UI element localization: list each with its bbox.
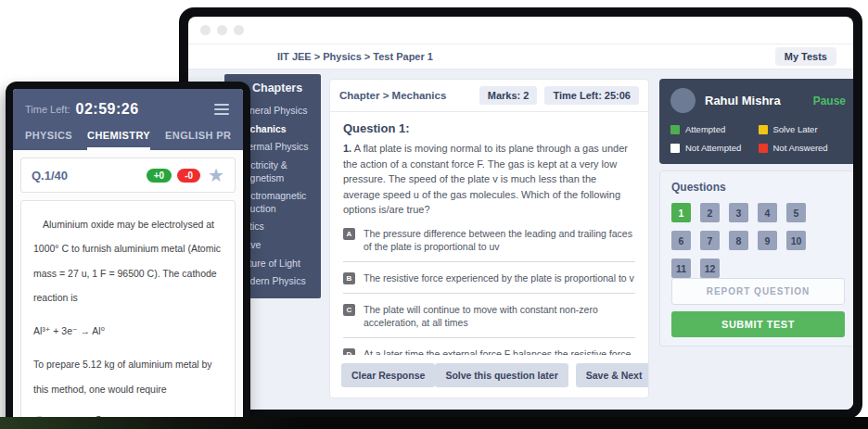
attempted-color-swatch: [670, 125, 680, 134]
option-letter-a: A: [343, 228, 355, 240]
profile-card: Rahul Mishra Pause Attempted Solve Later: [659, 79, 853, 164]
legend-solve-later: Solve Later: [759, 124, 847, 134]
not-attempted-color-swatch: [670, 144, 680, 153]
breadcrumb-bar: IIT JEE > Physics > Test Paper 1 My Test…: [188, 44, 853, 69]
browser-body: IIT JEE > Physics > Test Paper 1 My Test…: [188, 17, 853, 410]
mobile-question-paragraph-1: Aluminium oxide may be electrolysed at 1…: [33, 212, 223, 309]
question-tile-5[interactable]: 5: [786, 203, 806, 222]
submit-test-button[interactable]: SUBMIT TEST: [671, 311, 845, 337]
mobile-screen: Time Left: 02:59:26 PHYSICS CHEMISTRY EN…: [13, 89, 243, 429]
question-tile-11[interactable]: 11: [671, 259, 691, 278]
time-left-badge: Time Left: 25:06: [544, 86, 639, 105]
mobile-question-card: Aluminium oxide may be electrolysed at 1…: [20, 200, 236, 429]
subject-tabs: PHYSICS CHEMISTRY ENGLISH PROFICIENCY: [25, 130, 231, 150]
test-content-area: Chapters General Physics Mechanics Therm…: [188, 69, 853, 410]
window-control-dot[interactable]: [234, 25, 244, 35]
option-divider: [343, 293, 635, 294]
tab-english-proficiency[interactable]: ENGLISH PROFICIENCY: [165, 130, 231, 150]
question-body: Question 1: 1. A flat plate is moving no…: [330, 112, 648, 355]
user-name: Rahul Mishra: [705, 94, 781, 107]
breadcrumb[interactable]: IIT JEE > Physics > Test Paper 1: [277, 51, 433, 62]
mobile-overlay: Time Left: 02:59:26 PHYSICS CHEMISTRY EN…: [6, 82, 250, 429]
question-number-grid: 1 2 3 4 5 6 7 8 9 10 11 12: [671, 203, 845, 278]
option-row-a[interactable]: A The pressure difference between the le…: [343, 227, 635, 254]
question-tile-9[interactable]: 9: [758, 231, 777, 250]
clear-response-button[interactable]: Clear Response: [341, 363, 435, 387]
marks-badge: Marks: 2: [479, 86, 538, 105]
mobile-body: Q.1/40 +0 -0 Aluminium oxide may be elec…: [13, 150, 243, 429]
option-letter-b: B: [343, 272, 355, 284]
option-row-c[interactable]: C The plate will continue to move with c…: [343, 303, 635, 330]
pause-button[interactable]: Pause: [813, 95, 846, 107]
bottom-shadow-band: [0, 417, 868, 429]
negative-marks-pill: -0: [177, 169, 200, 183]
option-text-d: At a later time the external force F bal…: [364, 347, 631, 355]
question-tile-2[interactable]: 2: [700, 203, 720, 222]
question-counter: Q.1/40: [32, 169, 68, 183]
window-control-dot[interactable]: [217, 25, 227, 35]
question-tile-3[interactable]: 3: [729, 203, 748, 222]
mobile-question-paragraph-2: To prepare 5.12 kg of aluminium metal by…: [33, 352, 223, 401]
save-next-button[interactable]: Save & Next: [576, 363, 649, 387]
legend-not-answered: Not Answered: [759, 143, 847, 153]
option-row-d[interactable]: D At a later time the external force F b…: [343, 347, 635, 355]
question-tile-12[interactable]: 12: [700, 259, 720, 278]
cathode-reaction-formula: Al³⁺ + 3e⁻ → Al⁰: [33, 319, 223, 343]
desktop-browser-window: IIT JEE > Physics > Test Paper 1 My Test…: [179, 7, 862, 419]
question-title: Question 1:: [343, 121, 635, 135]
option-row-b[interactable]: B The resistive force experienced by the…: [343, 271, 635, 285]
window-control-dot[interactable]: [200, 25, 211, 35]
time-left-value: 02:59:26: [76, 101, 139, 118]
question-tile-6[interactable]: 6: [671, 231, 691, 250]
not-answered-color-swatch: [759, 144, 768, 153]
time-left-label: Time Left:: [25, 104, 70, 115]
option-divider: [343, 337, 635, 338]
question-tile-1[interactable]: 1: [671, 203, 691, 222]
positive-marks-pill: +0: [147, 169, 172, 183]
tab-physics[interactable]: PHYSICS: [25, 130, 72, 150]
right-panel: Rahul Mishra Pause Attempted Solve Later: [659, 79, 853, 347]
question-number: 1.: [343, 143, 351, 154]
solve-later-color-swatch: [759, 125, 768, 134]
option-text-a: The pressure difference between the lead…: [364, 227, 635, 254]
question-text: 1. A flat plate is moving normal to its …: [343, 141, 635, 218]
legend-not-attempted: Not Attempted: [670, 143, 759, 153]
tab-chemistry[interactable]: CHEMISTRY: [87, 130, 150, 150]
question-tile-10[interactable]: 10: [786, 231, 806, 250]
bookmark-star-icon[interactable]: [208, 166, 224, 184]
solve-later-button[interactable]: Solve this question later: [435, 363, 568, 387]
option-divider: [343, 261, 635, 262]
status-legend: Attempted Solve Later Not Attempted: [670, 124, 846, 153]
option-letter-d: D: [343, 348, 355, 355]
question-tile-7[interactable]: 7: [700, 231, 720, 250]
question-tile-4[interactable]: 4: [758, 203, 777, 222]
questions-title: Questions: [671, 181, 845, 194]
avatar: [670, 88, 696, 113]
screenshot-stage: IIT JEE > Physics > Test Paper 1 My Test…: [0, 0, 868, 429]
report-question-button[interactable]: REPORT QUESTION: [671, 278, 845, 305]
my-tests-button[interactable]: My Tests: [775, 47, 836, 66]
option-letter-c: C: [343, 304, 355, 316]
hamburger-menu-icon[interactable]: [212, 102, 231, 117]
option-text-b: The resistive force experienced by the p…: [364, 271, 634, 285]
mobile-header: Time Left: 02:59:26 PHYSICS CHEMISTRY EN…: [13, 89, 243, 150]
mobile-question-bar: Q.1/40 +0 -0: [20, 158, 236, 193]
question-card: Chapter > Mechanics Marks: 2 Time Left: …: [329, 79, 649, 398]
chapter-path: Chapter > Mechanics: [339, 90, 446, 101]
question-tile-8[interactable]: 8: [729, 231, 748, 250]
option-text-c: The plate will continue to move with con…: [364, 303, 635, 330]
questions-panel: Questions 1 2 3 4 5 6 7 8 9 10 11: [659, 170, 853, 347]
legend-attempted: Attempted: [670, 124, 759, 134]
question-footer: Clear Response Solve this question later…: [330, 355, 648, 397]
question-card-header: Chapter > Mechanics Marks: 2 Time Left: …: [330, 80, 648, 112]
browser-chrome-bar: [188, 17, 853, 44]
